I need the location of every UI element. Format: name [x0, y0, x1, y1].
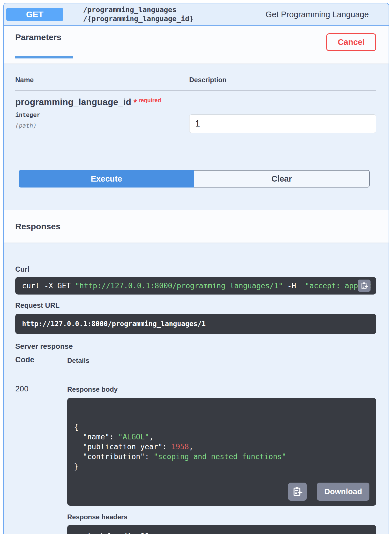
download-button[interactable]: Download: [317, 483, 369, 501]
server-response-table-header: Code Details: [15, 356, 376, 365]
copy-response-button[interactable]: [288, 483, 307, 501]
parameter-location: (path): [15, 122, 189, 129]
response-body-actions: Download: [288, 483, 369, 501]
server-response-divider: [15, 370, 376, 370]
parameters-body: Name Description programming_language_id…: [4, 64, 389, 210]
clipboard-copy-icon: [360, 282, 368, 290]
tab-parameters[interactable]: Parameters: [15, 32, 73, 58]
parameters-tab-underline: [15, 56, 73, 58]
parameters-tab-label: Parameters: [15, 32, 73, 43]
cancel-button[interactable]: Cancel: [326, 33, 376, 51]
required-star: *: [134, 97, 137, 107]
operation-panel: GET /programming_languages /{programming…: [3, 3, 389, 534]
operation-title: Get Programming Language: [265, 10, 369, 19]
response-body-code: { "name": "ALGOL", "publication_year": 1…: [74, 422, 369, 472]
operation-path: /programming_languages /{programming_lan…: [83, 5, 193, 23]
responses-body: Curl curl -X GET "http://127.0.0.1:8000/…: [4, 243, 389, 534]
response-headers-block: content-length: 86content-type: applicat…: [67, 525, 376, 534]
column-name: Name: [15, 76, 189, 84]
response-body-block: { "name": "ALGOL", "publication_year": 1…: [67, 398, 376, 506]
server-response-row: 200 Response body { "name": "ALGOL", "pu…: [15, 378, 376, 534]
parameter-name: programming_language_id*required: [15, 96, 189, 109]
curl-command-text: curl -X GET "http://127.0.0.1:8000/progr…: [22, 282, 371, 290]
responses-section-header: Responses: [4, 210, 389, 243]
curl-label: Curl: [15, 265, 376, 274]
parameter-row: programming_language_id*required integer…: [15, 91, 376, 144]
copy-curl-button[interactable]: [358, 280, 371, 292]
parameters-section-header: Parameters Cancel: [4, 26, 389, 64]
clear-button[interactable]: Clear: [194, 170, 370, 188]
execute-row: Execute Clear: [19, 170, 370, 188]
operation-path-line1: /programming_languages: [83, 5, 193, 14]
clipboard-copy-icon: [292, 486, 303, 497]
execute-button[interactable]: Execute: [19, 170, 194, 188]
curl-command: curl -X GET "http://127.0.0.1:8000/progr…: [15, 277, 376, 295]
server-response-label: Server response: [15, 342, 376, 351]
column-description: Description: [189, 76, 376, 84]
request-url-label: Request URL: [15, 301, 376, 310]
parameter-value-input[interactable]: [189, 114, 376, 133]
column-code: Code: [15, 356, 67, 365]
column-details: Details: [67, 356, 376, 365]
responses-heading: Responses: [15, 221, 60, 232]
status-code: 200: [15, 378, 67, 534]
response-body-label: Response body: [67, 385, 376, 394]
request-url-value: http://127.0.0.1:8000/programming_langua…: [15, 314, 376, 334]
parameter-type: integer: [15, 112, 189, 118]
required-label: required: [138, 97, 161, 103]
response-headers-label: Response headers: [67, 513, 376, 522]
method-badge: GET: [6, 8, 63, 21]
parameters-table-header: Name Description: [15, 76, 376, 84]
operation-path-line2: /{programming_language_id}: [83, 14, 193, 23]
operation-summary[interactable]: GET /programming_languages /{programming…: [4, 3, 389, 26]
response-headers-code: content-length: 86content-type: applicat…: [75, 532, 376, 534]
